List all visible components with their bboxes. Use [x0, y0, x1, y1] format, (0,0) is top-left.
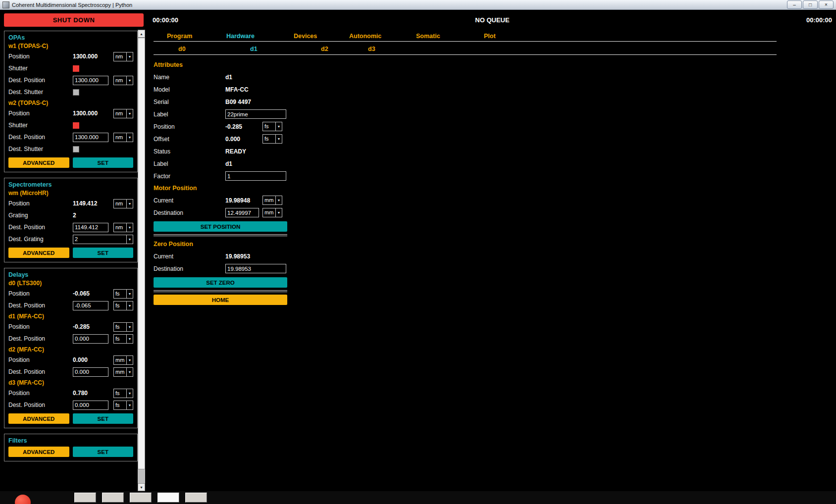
destination-units-select[interactable]: mm ▼	[262, 208, 282, 217]
dest-position-input[interactable]	[73, 223, 108, 232]
dest-shutter-checkbox[interactable]	[73, 89, 79, 96]
tab-d2[interactable]: d2	[321, 46, 368, 52]
chevron-down-icon: ▼	[126, 76, 133, 85]
offset-units-select[interactable]: fs ▼	[262, 134, 282, 144]
dest-position-units-select[interactable]: mm ▼	[113, 367, 133, 377]
units-value: mm	[114, 356, 126, 364]
position-units-select[interactable]: fs ▼	[113, 322, 133, 332]
factor-input[interactable]	[225, 171, 286, 181]
dest-position-input[interactable]	[73, 301, 108, 310]
current-units-select[interactable]: mm ▼	[262, 196, 282, 205]
set-button[interactable]: SET	[73, 248, 134, 258]
dest-position-input[interactable]	[73, 367, 108, 377]
application-window: Coherent Multidimensional Spectroscopy |…	[0, 0, 836, 504]
position-row: Position 0.000 mm ▼	[8, 354, 133, 366]
tab-plot[interactable]: Plot	[484, 33, 514, 40]
label-value: d1	[225, 160, 262, 167]
section-title: Filters	[8, 437, 133, 444]
opas-section: OPAs w1 (TOPAS-C) Position 1300.000 nm ▼…	[4, 31, 138, 172]
hardware-name: d3 (MFA-CC)	[8, 379, 133, 386]
advanced-button[interactable]: ADVANCED	[8, 447, 69, 457]
chevron-down-icon: ▼	[275, 196, 282, 204]
shutdown-button[interactable]: SHUT DOWN	[4, 13, 144, 27]
units-value: fs	[114, 335, 126, 343]
dest-position-input[interactable]	[73, 401, 108, 410]
position-row: Position -0.285 fs ▼	[154, 120, 836, 133]
scrollbar-thumb[interactable]	[138, 38, 145, 469]
zero-destination-input[interactable]	[225, 264, 286, 273]
tab-program[interactable]: Program	[167, 33, 226, 40]
tab-autonomic[interactable]: Autonomic	[349, 33, 416, 40]
close-button[interactable]: ×	[819, 0, 834, 9]
dest-position-units-select[interactable]: fs ▼	[113, 301, 133, 310]
dest-position-units-select[interactable]: fs ▼	[113, 401, 133, 410]
position-units-select[interactable]: fs ▼	[262, 122, 282, 131]
position-label: Position	[8, 200, 73, 207]
units-value: mm	[114, 368, 126, 376]
advanced-button[interactable]: ADVANCED	[8, 157, 69, 168]
dest-position-input[interactable]	[73, 76, 108, 85]
dest-position-input[interactable]	[73, 133, 108, 142]
tab-devices[interactable]: Devices	[294, 33, 349, 40]
serial-value: B09 4497	[225, 99, 262, 105]
taskbar-window-button[interactable]	[74, 493, 96, 503]
window-title: Coherent Multidimensional Spectroscopy |…	[12, 2, 787, 8]
set-button[interactable]: SET	[73, 157, 134, 168]
destination-input[interactable]	[225, 208, 259, 217]
taskbar-window-button[interactable]	[102, 493, 124, 503]
tab-somatic[interactable]: Somatic	[416, 33, 484, 40]
units-value: nm	[114, 200, 126, 208]
tab-d3[interactable]: d3	[368, 46, 398, 52]
dest-position-units-select[interactable]: nm ▼	[113, 223, 133, 232]
queue-timer: 00:00:00	[806, 16, 832, 24]
chevron-down-icon: ▼	[126, 200, 133, 208]
scroll-down-arrow-icon[interactable]: ▼	[138, 483, 145, 491]
chevron-down-icon: ▼	[126, 368, 133, 376]
units-value: fs	[263, 122, 275, 131]
position-units-select[interactable]: nm ▼	[113, 199, 133, 208]
tab-d1[interactable]: d1	[250, 46, 321, 52]
dest-position-row: Dest. Position fs ▼	[8, 399, 133, 411]
taskbar-window-button[interactable]	[157, 493, 179, 503]
taskbar-app-icon[interactable]	[15, 495, 31, 504]
dest-shutter-checkbox[interactable]	[73, 146, 79, 152]
dest-position-row: Dest. Position fs ▼	[8, 333, 133, 345]
status-value: READY	[225, 148, 262, 155]
label-input[interactable]	[225, 109, 286, 119]
set-zero-button[interactable]: SET ZERO	[154, 277, 287, 288]
tab-hardware[interactable]: Hardware	[226, 33, 294, 40]
sidebar-scrollbar[interactable]: ▲ ▼	[138, 30, 145, 491]
taskbar-window-button[interactable]	[185, 493, 207, 503]
serial-row: Serial B09 4497	[154, 96, 836, 108]
set-button[interactable]: SET	[73, 447, 134, 457]
dest-position-label: Dest. Position	[8, 368, 73, 375]
grating-row: Grating 2	[8, 209, 133, 221]
advanced-button[interactable]: ADVANCED	[8, 248, 69, 258]
minimize-button[interactable]: –	[787, 0, 802, 9]
tab-d0[interactable]: d0	[178, 46, 250, 52]
maximize-button[interactable]: □	[803, 0, 818, 9]
position-units-select[interactable]: fs ▼	[113, 389, 133, 398]
dest-position-row: Dest. Position nm ▼	[8, 131, 133, 143]
home-button[interactable]: HOME	[154, 295, 287, 305]
position-units-select[interactable]: mm ▼	[113, 355, 133, 365]
dest-position-input[interactable]	[73, 334, 108, 344]
position-units-select[interactable]: nm ▼	[113, 109, 133, 118]
position-units-select[interactable]: nm ▼	[113, 52, 133, 61]
window-controls: – □ ×	[787, 0, 834, 9]
set-button[interactable]: SET	[73, 413, 134, 424]
set-position-button[interactable]: SET POSITION	[154, 221, 287, 232]
position-value: 1300.000	[73, 53, 108, 60]
dest-position-units-select[interactable]: fs ▼	[113, 334, 133, 344]
shutter-indicator	[73, 122, 79, 129]
window-titlebar: Coherent Multidimensional Spectroscopy |…	[0, 0, 836, 10]
dest-position-units-select[interactable]: nm ▼	[113, 76, 133, 85]
advanced-button[interactable]: ADVANCED	[8, 413, 69, 424]
scroll-up-arrow-icon[interactable]: ▲	[138, 30, 145, 38]
position-value: 1149.412	[73, 200, 108, 207]
dest-grating-select[interactable]: 2 ▼	[73, 235, 133, 244]
taskbar-window-button[interactable]	[130, 493, 152, 503]
dest-position-units-select[interactable]: nm ▼	[113, 133, 133, 142]
position-units-select[interactable]: fs ▼	[113, 289, 133, 299]
units-value: nm	[114, 223, 126, 232]
